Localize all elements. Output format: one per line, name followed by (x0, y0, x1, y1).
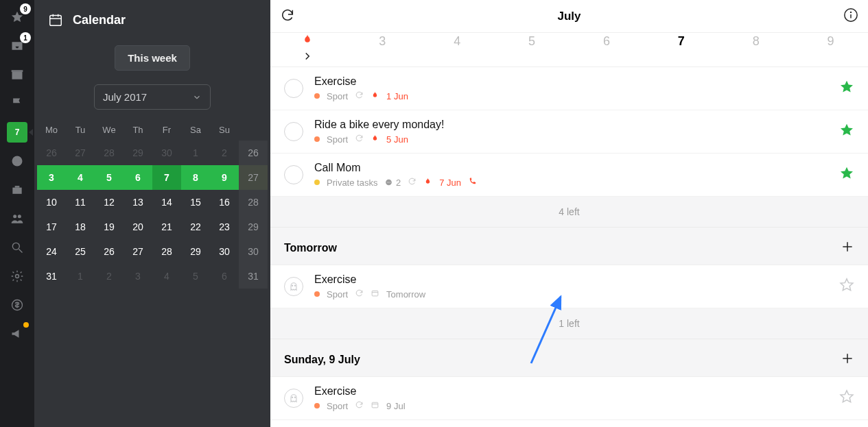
calendar-day-cell[interactable]: 21 (152, 215, 181, 239)
calendar-day-cell[interactable]: 14 (152, 190, 181, 215)
calendar-day-cell[interactable]: 20 (124, 215, 152, 239)
calendar-day-cell[interactable]: 28 (152, 239, 181, 264)
svg-line-11 (19, 249, 23, 253)
calendar-day-cell[interactable]: 22 (181, 215, 210, 239)
calendar-day-cell[interactable]: 27 (66, 141, 95, 165)
calendar-day-cell[interactable]: 6 (210, 264, 239, 289)
calendar-day-cell[interactable]: 17 (37, 215, 66, 239)
daybar-day[interactable]: 6 (570, 34, 644, 49)
calendar-day-cell[interactable]: 4 (152, 264, 181, 289)
nav-archive-icon[interactable] (7, 64, 27, 85)
calendar-day-cell[interactable]: 12 (95, 190, 124, 215)
sidebar: Calendar This week July 2017 MoTuWeThFrS… (34, 0, 270, 427)
calendar-day-cell[interactable]: 18 (66, 215, 95, 239)
daybar-day[interactable]: 4 (420, 34, 495, 49)
task-row[interactable]: Call MomPrivate tasks 27 Jun (270, 154, 868, 197)
calendar-day-cell[interactable]: 2 (95, 264, 124, 289)
svg-point-12 (16, 275, 19, 278)
calendar-day-cell[interactable]: 29 (124, 141, 152, 165)
nav-calendar-icon[interactable]: 7 (7, 122, 27, 143)
task-title: Exercise (314, 75, 828, 88)
calendar-day-cell[interactable]: 4 (66, 165, 95, 190)
calendar-day-cell[interactable]: 24 (37, 239, 66, 264)
nav-inbox-icon[interactable]: 1 (7, 36, 27, 56)
calendar-day-cell[interactable]: 26 (95, 239, 124, 264)
nav-search-icon[interactable] (7, 237, 27, 258)
info-button[interactable] (843, 8, 858, 25)
svg-point-10 (12, 243, 19, 249)
add-task-button[interactable] (841, 352, 854, 368)
calendar-day-cell[interactable]: 11 (66, 190, 95, 215)
nav-settings-icon[interactable] (7, 266, 27, 286)
task-row[interactable]: ExerciseSport1 Jun (270, 67, 868, 110)
this-week-button[interactable]: This week (115, 45, 190, 71)
calendar-day-cell[interactable]: 1 (66, 264, 95, 289)
week-number-cell: 30 (239, 239, 268, 264)
task-checkbox[interactable] (284, 122, 303, 141)
daybar-next[interactable] (270, 50, 345, 66)
task-row[interactable]: ExerciseSportTomorrow (270, 265, 868, 308)
calendar-day-cell[interactable]: 23 (210, 215, 239, 239)
task-checkbox[interactable] (284, 277, 303, 296)
calendar-day-cell[interactable]: 6 (124, 165, 152, 190)
nav-calendar-day: 7 (15, 127, 20, 137)
repeat-icon (355, 400, 364, 411)
calendar-day-cell[interactable]: 3 (124, 264, 152, 289)
task-list: ExerciseSport1 JunRide a bike every mond… (270, 67, 868, 427)
star-icon (839, 389, 854, 404)
calendar-day-cell[interactable]: 27 (124, 239, 152, 264)
nav-flag-icon[interactable] (7, 93, 27, 114)
calendar-day-cell[interactable]: 30 (152, 141, 181, 165)
tag-label: Sport (327, 289, 348, 300)
topbar: July (270, 0, 868, 33)
calendar-day-cell[interactable]: 16 (210, 190, 239, 215)
calendar-day-cell[interactable]: 15 (181, 190, 210, 215)
nav-chat-icon[interactable] (7, 151, 27, 171)
calendar-day-cell[interactable]: 2 (210, 141, 239, 165)
nav-star-icon[interactable]: 9 (7, 7, 27, 27)
nav-money-icon[interactable] (7, 295, 27, 315)
calendar-day-cell[interactable]: 31 (37, 264, 66, 289)
svg-point-5 (19, 160, 21, 162)
calendar-day-cell[interactable]: 28 (95, 141, 124, 165)
daybar-day[interactable]: 9 (793, 34, 868, 49)
daybar-day[interactable]: 3 (345, 34, 420, 49)
star-button[interactable] (839, 123, 854, 141)
task-row[interactable]: Ride a bike every monday!Sport5 Jun (270, 110, 868, 154)
task-checkbox[interactable] (284, 389, 303, 408)
daybar-overdue[interactable] (270, 34, 345, 49)
calendar-day-cell[interactable]: 5 (95, 165, 124, 190)
daybar-day[interactable]: 7 (644, 34, 718, 49)
tag-label: Sport (327, 134, 348, 145)
star-button[interactable] (839, 80, 854, 97)
add-task-button[interactable] (841, 240, 854, 256)
nav-people-icon[interactable] (7, 208, 27, 229)
task-checkbox[interactable] (284, 165, 303, 184)
nav-briefcase-icon[interactable] (7, 180, 27, 200)
refresh-button[interactable] (280, 8, 295, 25)
calendar-day-cell[interactable]: 30 (210, 239, 239, 264)
calendar-day-cell[interactable]: 3 (37, 165, 66, 190)
task-checkbox[interactable] (284, 79, 303, 98)
week-number-cell: 31 (239, 264, 268, 289)
nav-megaphone-icon[interactable] (7, 324, 27, 344)
daybar-day[interactable]: 8 (718, 34, 793, 49)
calendar-day-cell[interactable]: 8 (181, 165, 210, 190)
calendar-day-cell[interactable]: 29 (181, 239, 210, 264)
daybar-day[interactable]: 5 (495, 34, 570, 49)
calendar-day-cell[interactable]: 7 (152, 165, 181, 190)
task-row[interactable]: ExerciseSport9 Jul (270, 377, 868, 420)
star-button[interactable] (839, 166, 854, 184)
calendar-day-cell[interactable]: 26 (37, 141, 66, 165)
calendar-day-cell[interactable]: 9 (210, 165, 239, 190)
calendar-day-cell[interactable]: 1 (181, 141, 210, 165)
star-button[interactable] (839, 278, 854, 295)
calendar-day-cell[interactable]: 13 (124, 190, 152, 215)
calendar-day-cell[interactable]: 25 (66, 239, 95, 264)
star-button[interactable] (839, 389, 854, 407)
tag-label: Sport (327, 91, 348, 101)
calendar-day-cell[interactable]: 5 (181, 264, 210, 289)
calendar-day-cell[interactable]: 19 (95, 215, 124, 239)
month-select[interactable]: July 2017 (94, 84, 211, 110)
calendar-day-cell[interactable]: 10 (37, 190, 66, 215)
